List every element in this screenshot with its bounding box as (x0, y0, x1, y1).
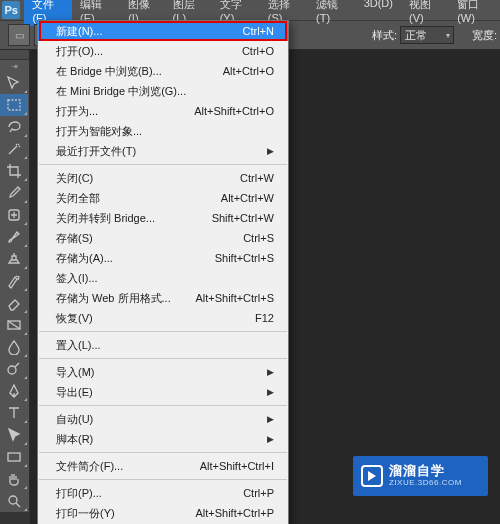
healing-brush-tool[interactable] (0, 204, 28, 226)
magic-wand-tool[interactable] (0, 138, 28, 160)
menu-item[interactable]: 打开为...Alt+Shift+Ctrl+O (38, 101, 288, 121)
menu-item-shortcut: Ctrl+S (184, 232, 274, 244)
menu-item[interactable]: 自动(U)▶ (38, 409, 288, 429)
menu-item[interactable]: 脚本(R)▶ (38, 429, 288, 449)
menu-item-shortcut: Shift+Ctrl+W (184, 212, 274, 224)
menu-item[interactable]: 最近打开文件(T)▶ (38, 141, 288, 161)
app-logo: Ps (2, 1, 20, 19)
menu-item[interactable]: 存储为 Web 所用格式...Alt+Shift+Ctrl+S (38, 288, 288, 308)
tool-preset-icon[interactable]: ▭ (8, 24, 30, 46)
menu-item-label: 存储为(A)... (56, 251, 184, 266)
svg-rect-0 (8, 100, 20, 110)
svg-point-3 (8, 366, 16, 374)
menubar-item[interactable]: 3D(D) (356, 0, 401, 26)
blur-tool[interactable] (0, 336, 28, 358)
menu-item-label: 在 Bridge 中浏览(B)... (56, 64, 184, 79)
menu-item-label: 恢复(V) (56, 311, 184, 326)
gradient-tool[interactable] (0, 314, 28, 336)
clone-stamp-tool[interactable] (0, 248, 28, 270)
style-label: 样式: (372, 28, 397, 43)
menu-item-label: 存储为 Web 所用格式... (56, 291, 184, 306)
menu-item[interactable]: 文件简介(F)...Alt+Shift+Ctrl+I (38, 456, 288, 476)
menu-item-label: 导入(M) (56, 365, 261, 380)
menubar-item[interactable]: 窗口(W) (449, 0, 500, 26)
menu-item-shortcut: Alt+Shift+Ctrl+O (184, 105, 274, 117)
history-brush-tool[interactable] (0, 270, 28, 292)
menu-separator (39, 331, 287, 332)
submenu-arrow-icon: ▶ (267, 414, 274, 424)
menu-item-label: 新建(N)... (56, 24, 184, 39)
menu-item-label: 关闭并转到 Bridge... (56, 211, 184, 226)
menubar-item[interactable]: 视图(V) (401, 0, 449, 26)
menu-separator (39, 164, 287, 165)
menu-item-shortcut: Ctrl+N (184, 25, 274, 37)
crop-tool[interactable] (0, 160, 28, 182)
svg-point-5 (9, 496, 17, 504)
rectangle-tool[interactable] (0, 446, 28, 468)
menu-item-label: 打开为智能对象... (56, 124, 274, 139)
menu-item-label: 打印一份(Y) (56, 506, 184, 521)
watermark-title: 溜溜自学 (389, 464, 462, 478)
menu-separator (39, 358, 287, 359)
menu-item-label: 关闭(C) (56, 171, 184, 186)
menu-item[interactable]: 存储为(A)...Shift+Ctrl+S (38, 248, 288, 268)
menu-item[interactable]: 关闭(C)Ctrl+W (38, 168, 288, 188)
menu-item[interactable]: 恢复(V)F12 (38, 308, 288, 328)
hand-tool[interactable] (0, 468, 28, 490)
menu-separator (39, 479, 287, 480)
menu-item-label: 在 Mini Bridge 中浏览(G)... (56, 84, 274, 99)
menu-item-shortcut: Alt+Ctrl+W (184, 192, 274, 204)
menu-separator (39, 452, 287, 453)
submenu-arrow-icon: ▶ (267, 146, 274, 156)
menu-item-shortcut: Ctrl+P (184, 487, 274, 499)
file-menu-dropdown: 新建(N)...Ctrl+N打开(O)...Ctrl+O在 Bridge 中浏览… (37, 20, 289, 524)
menu-item[interactable]: 导出(E)▶ (38, 382, 288, 402)
toolbox-grip[interactable] (0, 50, 29, 60)
toolbox: ⇥ (0, 50, 30, 512)
pen-tool[interactable] (0, 380, 28, 402)
watermark-url: ZIXUE.3D66.COM (389, 479, 462, 488)
menu-item-label: 存储(S) (56, 231, 184, 246)
zoom-tool[interactable] (0, 490, 28, 512)
menubar-item[interactable]: 滤镜(T) (308, 0, 356, 26)
menu-item[interactable]: 在 Bridge 中浏览(B)...Alt+Ctrl+O (38, 61, 288, 81)
move-tool[interactable] (0, 72, 28, 94)
eraser-tool[interactable] (0, 292, 28, 314)
menu-item[interactable]: 关闭全部Alt+Ctrl+W (38, 188, 288, 208)
watermark-badge: 溜溜自学 ZIXUE.3D66.COM (353, 456, 488, 496)
style-select[interactable]: 正常 ▾ (400, 26, 454, 44)
menu-item-label: 脚本(R) (56, 432, 261, 447)
toolbox-expand-icon[interactable]: ⇥ (0, 60, 29, 72)
menu-item[interactable]: 导入(M)▶ (38, 362, 288, 382)
menu-item[interactable]: 打印(P)...Ctrl+P (38, 483, 288, 503)
marquee-tool[interactable] (0, 94, 28, 116)
menu-item[interactable]: 新建(N)...Ctrl+N (38, 21, 288, 41)
menu-item-label: 最近打开文件(T) (56, 144, 261, 159)
menu-item[interactable]: 签入(I)... (38, 268, 288, 288)
path-selection-tool[interactable] (0, 424, 28, 446)
menu-item-shortcut: Alt+Shift+Ctrl+S (184, 292, 274, 304)
menu-item-shortcut: Alt+Ctrl+O (184, 65, 274, 77)
menu-item[interactable]: 存储(S)Ctrl+S (38, 228, 288, 248)
svg-rect-4 (8, 453, 20, 461)
menu-item-shortcut: Shift+Ctrl+S (184, 252, 274, 264)
submenu-arrow-icon: ▶ (267, 434, 274, 444)
brush-tool[interactable] (0, 226, 28, 248)
menu-item[interactable]: 置入(L)... (38, 335, 288, 355)
menu-item-shortcut: Ctrl+W (184, 172, 274, 184)
menu-item[interactable]: 打印一份(Y)Alt+Shift+Ctrl+P (38, 503, 288, 523)
lasso-tool[interactable] (0, 116, 28, 138)
menu-item[interactable]: 关闭并转到 Bridge...Shift+Ctrl+W (38, 208, 288, 228)
eyedropper-tool[interactable] (0, 182, 28, 204)
menu-item-label: 导出(E) (56, 385, 261, 400)
menu-item-label: 文件简介(F)... (56, 459, 184, 474)
menu-item-shortcut: Alt+Shift+Ctrl+I (184, 460, 274, 472)
menu-item[interactable]: 在 Mini Bridge 中浏览(G)... (38, 81, 288, 101)
menu-item-label: 打开为... (56, 104, 184, 119)
menu-item-shortcut: F12 (184, 312, 274, 324)
menu-item-label: 置入(L)... (56, 338, 274, 353)
type-tool[interactable] (0, 402, 28, 424)
menu-item[interactable]: 打开为智能对象... (38, 121, 288, 141)
menu-item[interactable]: 打开(O)...Ctrl+O (38, 41, 288, 61)
dodge-tool[interactable] (0, 358, 28, 380)
